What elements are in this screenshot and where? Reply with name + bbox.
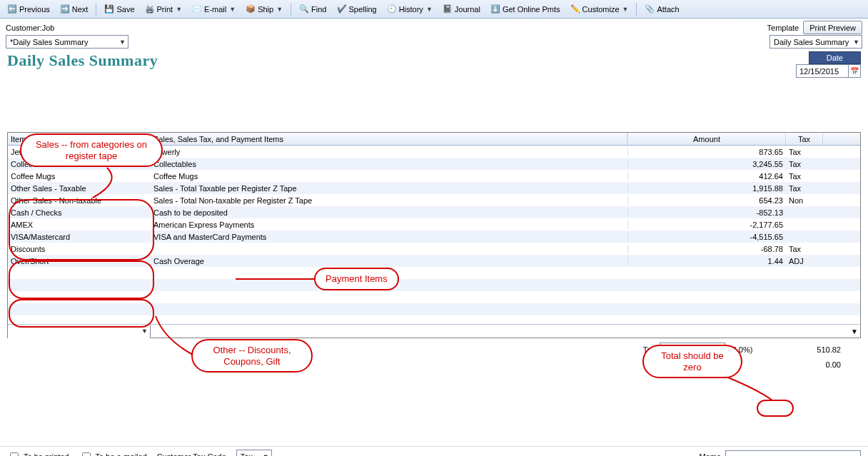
ship-label: Ship xyxy=(258,5,273,14)
options-row: To be printed To be e-mailed Customer Ta… xyxy=(0,446,868,456)
cell-desc[interactable]: Coffee Mugs xyxy=(151,172,627,181)
disk-icon: 💾 xyxy=(104,4,114,14)
find-button[interactable]: 🔍Find xyxy=(295,2,330,16)
paperclip-icon: 📎 xyxy=(645,4,655,14)
annotation-circle-other xyxy=(9,299,154,328)
header-row: Customer:Job Template Print Preview xyxy=(0,19,868,34)
pencil-icon: ✏️ xyxy=(570,4,580,14)
cust-tax-code-combo[interactable]: Tax ▼ xyxy=(236,450,272,456)
cell-tax[interactable]: ADJ xyxy=(786,257,823,265)
table-row[interactable]: Other Sales - TaxableSales - Total Taxab… xyxy=(8,182,860,194)
spelling-button[interactable]: ✔️Spelling xyxy=(333,2,381,16)
template-label: Template xyxy=(767,24,799,32)
cell-desc[interactable]: Jewerly xyxy=(151,148,627,156)
print-label: Print xyxy=(157,5,173,14)
memo-group: Memo xyxy=(699,450,861,456)
cell-tax[interactable]: Tax xyxy=(786,148,823,156)
ship-button[interactable]: 📦Ship▼ xyxy=(241,2,287,16)
email-label: E-mail xyxy=(204,5,226,14)
calendar-icon[interactable]: 📅 xyxy=(848,65,860,77)
next-label: Next xyxy=(72,5,89,14)
cell-tax[interactable]: Tax xyxy=(786,160,823,168)
memo-input[interactable] xyxy=(725,450,861,456)
to-be-printed-check[interactable]: To be printed xyxy=(7,450,69,457)
printer-icon: 🖨️ xyxy=(145,4,155,14)
cell-amount[interactable]: 412.64 xyxy=(627,172,786,181)
previous-label: Previous xyxy=(19,5,50,14)
col-desc[interactable]: Sales, Sales Tax, and Payment Items xyxy=(151,133,627,145)
main-toolbar: ⬅️Previous ➡️Next 💾Save 🖨️Print▼ ✉️E-mai… xyxy=(0,0,868,19)
annotation-payment: Payment Items xyxy=(314,268,399,290)
cell-tax[interactable]: Non xyxy=(786,196,823,205)
check-icon: ✔️ xyxy=(337,4,347,14)
package-icon: 📦 xyxy=(246,4,256,14)
separator xyxy=(636,3,637,16)
cell-tax[interactable]: Tax xyxy=(786,245,823,253)
attach-label: Attach xyxy=(657,5,679,14)
cell-desc[interactable]: Sales - Total Taxable per Register Z Tap… xyxy=(151,184,627,193)
email-button[interactable]: ✉️E-mail▼ xyxy=(188,2,240,16)
cell-amount[interactable]: 654.23 xyxy=(627,196,786,205)
cell-amount[interactable]: 1.44 xyxy=(627,257,786,265)
to-be-printed-label: To be printed xyxy=(24,452,69,457)
to-be-emailed-input[interactable] xyxy=(82,452,91,457)
get-online-pmts-button[interactable]: ⬇️Get Online Pmts xyxy=(486,2,565,16)
col-tax[interactable]: Tax xyxy=(786,133,823,145)
customer-job-combo[interactable]: *Daily Sales Summary ▼ xyxy=(6,35,128,49)
cell-desc[interactable]: American Express Payments xyxy=(151,221,627,229)
separator xyxy=(96,3,96,16)
annotation-circle-payment xyxy=(9,260,154,299)
cell-desc[interactable]: Sales - Total Non-taxable per Register Z… xyxy=(151,196,627,205)
cell-amount[interactable]: -68.78 xyxy=(627,245,786,253)
history-icon: 🕘 xyxy=(387,4,397,14)
download-icon: ⬇️ xyxy=(490,4,500,14)
to-be-emailed-check[interactable]: To be e-mailed xyxy=(79,450,147,457)
date-box: Date 📅 xyxy=(796,51,861,78)
template-combo[interactable]: Daily Sales Summary ▼ xyxy=(769,35,862,49)
journal-icon: 📓 xyxy=(443,4,453,14)
previous-button[interactable]: ⬅️Previous xyxy=(3,2,54,16)
next-button[interactable]: ➡️Next xyxy=(56,2,93,16)
cell-item[interactable]: Other Sales - Taxable xyxy=(8,184,151,193)
cell-amount[interactable]: -2,177.65 xyxy=(627,221,786,229)
cell-desc[interactable]: Cash to be deposited xyxy=(151,208,627,217)
arrow-right-icon: ➡️ xyxy=(60,4,70,14)
annotation-other: Other -- Discounts, Coupons, Gift xyxy=(191,339,313,373)
arrow-left-icon: ⬅️ xyxy=(7,4,17,14)
chevron-down-icon: ▼ xyxy=(853,39,859,46)
separator xyxy=(291,3,291,16)
history-button[interactable]: 🕘History▼ xyxy=(383,2,437,16)
customer-job-value: *Daily Sales Summary xyxy=(10,38,88,46)
customize-button[interactable]: ✏️Customize▼ xyxy=(566,2,633,16)
chevron-down-icon: ▼ xyxy=(176,6,182,13)
chevron-down-icon: ▼ xyxy=(263,453,269,457)
cell-amount[interactable]: 873.65 xyxy=(627,148,786,156)
print-preview-button[interactable]: Print Preview xyxy=(803,21,862,34)
print-button[interactable]: 🖨️Print▼ xyxy=(141,2,187,16)
tax-entry-dropdown[interactable]: ▼ xyxy=(849,328,860,335)
cell-desc[interactable]: VISA and MasterCard Payments xyxy=(151,233,627,241)
cell-amount[interactable]: -4,515.65 xyxy=(627,233,786,241)
to-be-printed-input[interactable] xyxy=(10,452,19,457)
journal-label: Journal xyxy=(455,5,480,14)
cell-amount[interactable]: 3,245.55 xyxy=(627,160,786,168)
cell-desc[interactable]: Cash Overage xyxy=(151,257,627,265)
header-row-2: *Daily Sales Summary ▼ Daily Sales Summa… xyxy=(0,34,868,49)
cell-desc[interactable]: Collectables xyxy=(151,160,627,168)
cell-tax[interactable]: Tax xyxy=(786,172,823,181)
attach-button[interactable]: 📎Attach xyxy=(640,2,683,16)
date-field[interactable]: 📅 xyxy=(796,64,861,78)
journal-button[interactable]: 📓Journal xyxy=(438,2,485,16)
search-icon: 🔍 xyxy=(299,4,309,14)
cell-tax[interactable]: Tax xyxy=(786,184,823,193)
annotation-total: Total should be zero xyxy=(642,345,742,378)
cell-amount[interactable]: 1,915.88 xyxy=(627,184,786,193)
save-button[interactable]: 💾Save xyxy=(100,2,138,16)
table-row[interactable]: Coffee MugsCoffee Mugs412.64Tax xyxy=(8,170,860,182)
cell-amount[interactable]: -852.13 xyxy=(627,208,786,217)
date-input[interactable] xyxy=(797,65,848,77)
tax-amount: 510.82 xyxy=(817,345,841,354)
col-amount[interactable]: Amount xyxy=(627,133,786,145)
form-wrapper: Sales -- from categories on register tap… xyxy=(7,132,861,446)
cell-item[interactable]: Coffee Mugs xyxy=(8,172,151,181)
